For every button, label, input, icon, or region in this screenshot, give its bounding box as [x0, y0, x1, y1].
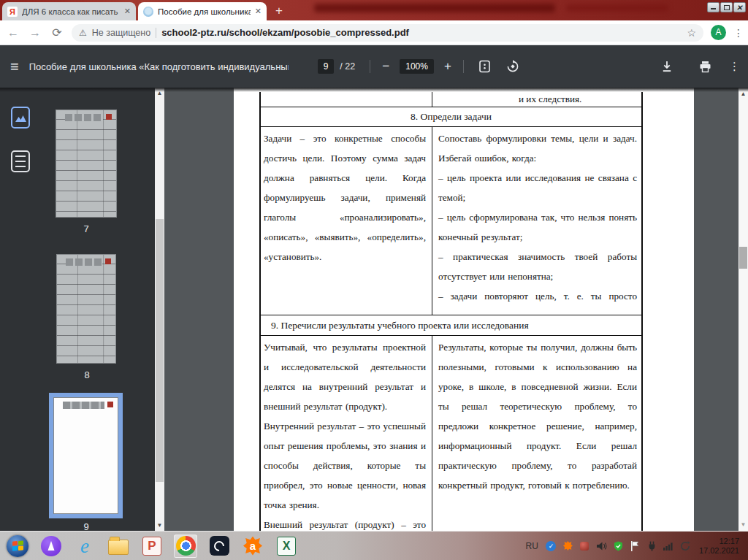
zoom-in-button[interactable]: +	[440, 59, 456, 74]
viewer-content: 7 8 9 ▲ ▼	[0, 88, 748, 531]
pdf-title: Пособие для школьника «Как подготовить и…	[29, 61, 289, 72]
file-explorer-icon[interactable]	[107, 534, 130, 558]
scroll-down-icon[interactable]: ▼	[739, 521, 748, 528]
browser-menu-icon[interactable]: ⋮	[733, 27, 742, 39]
clock-date: 17.02.2021	[699, 546, 739, 556]
bookmark-star-icon[interactable]: ☆	[687, 27, 696, 39]
tab-yandex-search[interactable]: Я ДЛЯ 6 класса как писать исслед ✕	[2, 2, 136, 20]
forward-icon[interactable]: →	[28, 26, 42, 39]
thumbnail-red-stamp	[107, 402, 113, 407]
avast-tray-icon[interactable]	[562, 540, 573, 551]
table-cell: Результаты, которые ты получил, должны б…	[432, 336, 641, 531]
thumbnail-label: 8	[56, 369, 118, 380]
windows-logo-icon	[7, 535, 28, 557]
download-icon[interactable]	[658, 61, 676, 73]
thumbnail-red-stamp	[106, 114, 112, 120]
thumbnail-red-stamp	[105, 258, 111, 264]
sync-icon[interactable]	[680, 540, 691, 551]
section-9-header: 9. Перечисли результаты учебного проекта…	[261, 315, 641, 336]
system-tray: RU ✓ 12:17 17.02.20	[526, 537, 748, 556]
section-8-header: 8. Определи задачи	[261, 107, 641, 127]
url-input[interactable]: ⚠ Не защищено school2-ptz.ru/school/ekza…	[72, 24, 703, 42]
taskbar: e P a X RU ✓	[0, 531, 748, 560]
omnibox-divider	[156, 28, 156, 38]
security-shield-icon[interactable]	[613, 540, 624, 551]
avast-icon[interactable]: a	[241, 534, 264, 558]
list-item: – задачи повторяют цель, т. е. ты просто…	[438, 286, 637, 315]
minimize-button[interactable]	[707, 2, 720, 12]
screen: Я ДЛЯ 6 класса как писать исслед ✕ Пособ…	[0, 0, 748, 560]
tab-title: ДЛЯ 6 класса как писать исслед	[22, 7, 120, 16]
pdf-menu-icon[interactable]: ≡	[10, 58, 19, 75]
wallpaper-blur	[314, 4, 555, 12]
table-cell	[261, 92, 432, 107]
table-cell: Учитывай, что результаты проектной и исс…	[261, 336, 432, 531]
list-item: – цель проекта или исследования не связа…	[438, 168, 637, 207]
security-label[interactable]: Не защищено	[92, 28, 150, 38]
thumbnail-header-lines	[65, 114, 103, 121]
action-center-flag-icon[interactable]	[630, 540, 641, 551]
toolbar-divider	[370, 60, 370, 73]
pdf-more-icon[interactable]: ⋮	[729, 60, 738, 73]
close-button[interactable]: ✕	[733, 2, 746, 12]
tab-pdf-active[interactable]: Пособие для школьника «Как п ✕	[138, 2, 267, 20]
reload-icon[interactable]: ⟳	[50, 26, 64, 39]
sidebar-scrollbar-thumb[interactable]	[156, 219, 164, 482]
thumbnail-header-lines	[63, 402, 104, 409]
document-table: и их следствия. 8. Определи задачи Задач…	[259, 92, 643, 531]
page-total-label: / 22	[340, 61, 355, 72]
thumbnail-header-lines	[66, 258, 102, 266]
table-row: и их следствия.	[261, 92, 641, 107]
page-thumbnail-8[interactable]	[56, 254, 116, 364]
print-icon[interactable]	[696, 61, 714, 73]
table-row: Учитывай, что результаты проектной и исс…	[261, 336, 641, 531]
toolbar-shadow	[0, 88, 748, 92]
excel-icon[interactable]: X	[275, 534, 298, 558]
tab-close-icon[interactable]: ✕	[255, 7, 262, 16]
back-icon[interactable]: ←	[6, 26, 20, 39]
app-tray-icon[interactable]	[579, 540, 590, 551]
wallpaper-blur	[566, 4, 668, 12]
paragraph: Учитывай, что результаты проектной и исс…	[264, 337, 426, 416]
thumbnail-label: 7	[56, 223, 117, 234]
yandex-alice-icon[interactable]	[39, 534, 63, 558]
page-number-input[interactable]: 9	[318, 59, 335, 74]
fit-page-icon[interactable]	[476, 60, 494, 73]
zoom-level[interactable]: 100%	[400, 59, 434, 74]
document-area: и их следствия. 8. Определи задачи Задач…	[164, 88, 739, 531]
update-check-icon[interactable]: ✓	[546, 540, 557, 551]
paragraph: Внутренний результат – это успешный опыт…	[264, 416, 426, 515]
speedtest-gauge-icon[interactable]	[207, 534, 231, 558]
paragraph: Сопоставь формулировки темы, цели и зада…	[438, 129, 637, 168]
volume-icon[interactable]	[596, 540, 607, 551]
yandex-favicon: Я	[7, 7, 18, 17]
sidebar-scrollbar[interactable]: ▲ ▼	[155, 88, 164, 531]
table-cell: Сопоставь формулировки темы, цели и зада…	[432, 127, 641, 315]
list-item: – цель сформулирована так, что нельзя по…	[438, 207, 637, 247]
chrome-icon[interactable]	[174, 534, 197, 558]
thumbnail-view-icon[interactable]	[11, 107, 30, 129]
scroll-down-icon[interactable]: ▼	[155, 522, 164, 529]
network-signal-icon[interactable]	[663, 540, 674, 551]
main-scrollbar[interactable]: ▲ ▼	[739, 88, 748, 531]
tab-close-icon[interactable]: ✕	[124, 7, 131, 16]
taskbar-clock[interactable]: 12:17 17.02.2021	[699, 537, 744, 556]
selected-thumbnail-frame	[49, 393, 123, 518]
page-thumbnail-9-selected[interactable]	[53, 397, 118, 514]
internet-explorer-icon[interactable]: e	[73, 534, 96, 558]
zoom-out-button[interactable]: −	[378, 59, 394, 74]
url-text[interactable]: school2-ptz.ru/school/ekzam/posobie_comp…	[161, 27, 682, 38]
language-indicator[interactable]: RU	[526, 541, 538, 551]
page-thumbnail-7[interactable]	[56, 110, 117, 218]
rotate-icon[interactable]	[504, 60, 522, 73]
maximize-button[interactable]	[720, 2, 733, 12]
address-bar: ← → ⟳ ⚠ Не защищено school2-ptz.ru/schoo…	[0, 20, 748, 45]
new-tab-button[interactable]: +	[270, 3, 288, 19]
profile-avatar[interactable]: A	[711, 25, 726, 40]
pdf-site-favicon	[143, 7, 153, 17]
outline-view-icon[interactable]	[11, 150, 30, 172]
power-plug-icon[interactable]	[646, 540, 657, 551]
start-button[interactable]	[6, 534, 29, 558]
powerpoint-icon[interactable]: P	[140, 534, 164, 558]
main-scrollbar-thumb[interactable]	[739, 247, 747, 269]
